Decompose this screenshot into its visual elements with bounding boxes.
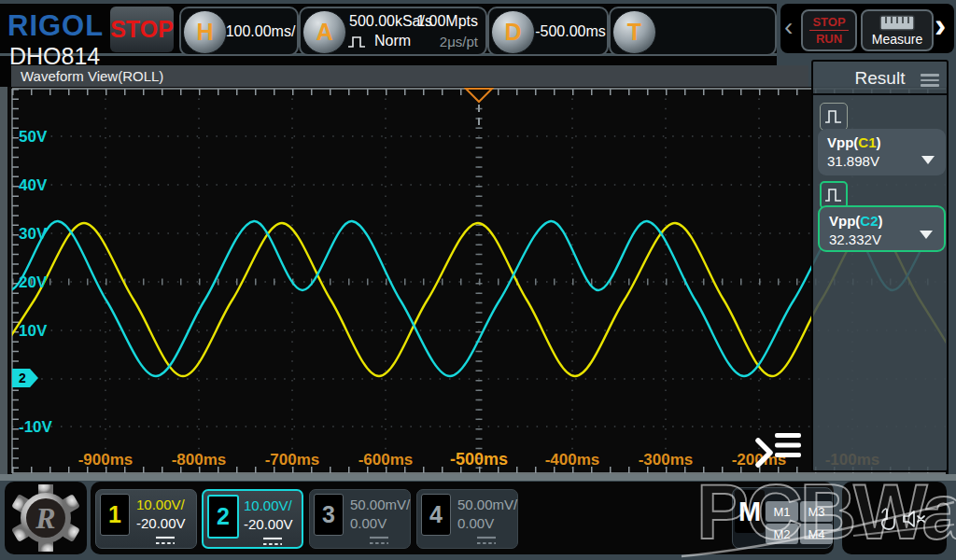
measure-card-vpp-c1[interactable]: Vpp(C1) 31.898V: [818, 129, 946, 175]
horizontal-settings-group[interactable]: H 100.00ms/: [179, 7, 299, 56]
trigger-delay-value[interactable]: -500.00ms: [538, 8, 603, 54]
waveform-view-tab[interactable]: Waveform View(ROLL): [11, 65, 808, 87]
math4-button[interactable]: M4: [800, 524, 833, 544]
channel2-offset: -20.00V: [244, 516, 293, 532]
run-stop-top-label: STOP: [812, 15, 845, 29]
touch-icon[interactable]: [878, 506, 898, 532]
channel4-offset: 0.00V: [457, 515, 494, 531]
horizontal-button[interactable]: H: [183, 10, 227, 54]
channel2-scale: 10.00V/: [244, 497, 292, 513]
acquisition-settings-group[interactable]: A 500.00kSa/s Norm 1.00Mpts 2μs/pt: [299, 7, 487, 56]
measure-func-label: Vpp(C1): [827, 134, 881, 150]
math-button[interactable]: M: [735, 490, 765, 533]
dc-coupling-icon: [154, 536, 176, 546]
dc-coupling-icon: [475, 536, 498, 546]
sample-resolution-value: 2μs/pt: [440, 34, 478, 49]
rigol-logo: RIGOL: [7, 9, 104, 43]
pulse-icon: [347, 35, 370, 49]
math1-button[interactable]: M1: [766, 501, 798, 522]
measure-label: Measure: [872, 33, 922, 47]
channel4-number: 4: [421, 494, 451, 536]
measure-card1-pulse-icon[interactable]: [820, 103, 848, 131]
result-divider: [813, 93, 947, 95]
timebase-value[interactable]: 100.00ms/: [230, 8, 291, 54]
channel3-number: 3: [314, 494, 344, 536]
channel2-number: 2: [207, 495, 239, 539]
acquire-mode-value: Norm: [374, 33, 411, 49]
channel2-button[interactable]: 2 10.00V/ -20.00V: [202, 489, 303, 549]
channel4-button[interactable]: 4 50.00mV/ 0.00V: [416, 489, 518, 549]
delay-settings-group[interactable]: D -500.00ms: [487, 7, 609, 56]
math-channels-group: M M1 M3 M2 M4: [732, 487, 833, 549]
caret-down-icon[interactable]: [920, 231, 933, 239]
run-stop-button[interactable]: STOP RUN: [801, 9, 857, 51]
result-menu-icon[interactable]: [921, 74, 939, 87]
waveform-display-area[interactable]: [7, 87, 949, 474]
trigger-settings-group[interactable]: T: [609, 7, 777, 56]
dc-coupling-icon: [368, 536, 390, 546]
channel1-button[interactable]: 1 10.00V/ -20.00V: [95, 489, 197, 549]
measure-card-vpp-c2[interactable]: Vpp(C2) 32.332V: [818, 205, 946, 252]
channel2-marker-label: 2: [19, 371, 26, 385]
plot-left-gutter: [0, 87, 7, 474]
nav-prev-icon[interactable]: ‹: [784, 14, 793, 40]
memory-depth-value: 1.00Mpts: [416, 13, 478, 30]
channel1-number: 1: [100, 494, 130, 536]
plot-bottom-border: [0, 474, 956, 481]
speaker-muted-icon[interactable]: [902, 510, 928, 528]
menu-expand-icon[interactable]: [752, 427, 803, 470]
math3-button[interactable]: M3: [800, 501, 833, 522]
delay-button[interactable]: D: [491, 10, 535, 54]
svg-text:R: R: [35, 501, 55, 535]
trigger-button[interactable]: T: [612, 10, 656, 54]
channel1-offset: -20.00V: [136, 515, 186, 531]
bottom-status-panel: [842, 482, 947, 554]
channel3-scale: 50.00mV/: [350, 497, 410, 512]
measure-func-label: Vpp(C2): [829, 213, 883, 229]
result-panel: Result Vpp(C1) 31.898V Vpp(C2) 32.332V: [811, 60, 949, 472]
channel3-button[interactable]: 3 50.00mV/ 0.00V: [309, 489, 411, 549]
math2-button[interactable]: M2: [766, 524, 798, 544]
channel3-offset: 0.00V: [350, 515, 387, 531]
rigol-gear-logo-button[interactable]: R: [5, 482, 87, 554]
measure-value: 31.898V: [827, 153, 879, 169]
ruler-icon: [879, 15, 915, 31]
channel1-scale: 10.00V/: [136, 497, 185, 512]
gear-icon: R: [12, 484, 79, 552]
measure-value: 32.332V: [829, 231, 881, 247]
measure-button[interactable]: Measure: [861, 9, 934, 51]
stop-status-button[interactable]: STOP: [110, 7, 174, 52]
caret-down-icon[interactable]: [921, 156, 935, 164]
acquire-button[interactable]: A: [302, 10, 346, 54]
dc-coupling-icon: [261, 537, 284, 547]
run-stop-bottom-label: RUN: [809, 30, 849, 46]
trigger-value[interactable]: [659, 8, 762, 54]
channel4-scale: 50.00mV/: [457, 497, 517, 512]
nav-next-icon[interactable]: ›: [935, 8, 946, 44]
